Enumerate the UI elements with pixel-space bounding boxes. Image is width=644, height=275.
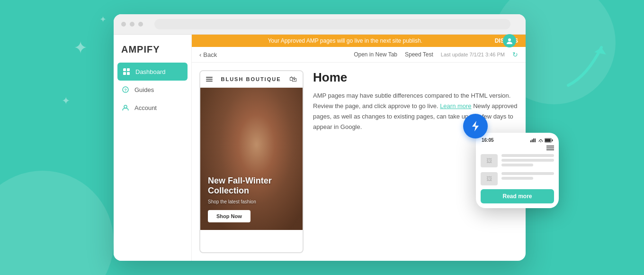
back-label: Back bbox=[203, 51, 217, 58]
learn-more-link[interactable]: Learn more bbox=[440, 102, 471, 110]
svg-rect-13 bbox=[552, 139, 553, 141]
phone-image-icon-1: 🖼 bbox=[486, 157, 492, 164]
sidebar-label-account: Account bbox=[134, 104, 157, 111]
svg-rect-8 bbox=[533, 138, 534, 142]
mobile-preview: BLUSH BOUTIQUE 🛍 New Fall-Winter Collect… bbox=[199, 70, 304, 253]
refresh-icon[interactable]: ↻ bbox=[512, 51, 518, 58]
user-avatar-container bbox=[503, 34, 516, 47]
logo-text: AMPIFY bbox=[121, 44, 160, 55]
svg-point-3 bbox=[124, 105, 127, 108]
user-avatar[interactable] bbox=[503, 34, 516, 47]
sidebar-item-guides[interactable]: ? Guides bbox=[114, 81, 191, 99]
notification-banner: Your Approved AMP pages will go live in … bbox=[192, 35, 526, 47]
sidebar-label-dashboard: Dashboard bbox=[135, 68, 166, 75]
phone-time: 16:05 bbox=[482, 138, 494, 143]
cart-icon[interactable]: 🛍 bbox=[289, 75, 297, 83]
browser-dot-yellow bbox=[130, 22, 134, 27]
star-decoration-topleft: ✦ bbox=[73, 38, 88, 58]
browser-dot-red bbox=[121, 22, 126, 27]
svg-rect-7 bbox=[532, 139, 533, 142]
phone-text-line-2a bbox=[501, 172, 554, 175]
phone-text-lines-2 bbox=[501, 172, 554, 182]
last-update-timestamp: Last update 7/1/21 3:46 PM bbox=[441, 52, 505, 57]
svg-rect-9 bbox=[535, 138, 536, 142]
phone-thumbnail-1: 🖼 bbox=[481, 154, 498, 167]
hero-image: New Fall-Winter Collection Shop the late… bbox=[200, 88, 303, 230]
open-new-tab-link[interactable]: Open in New Tab bbox=[354, 51, 397, 58]
guides-icon: ? bbox=[121, 85, 130, 94]
star-decoration-bottomleft: ✦ bbox=[62, 95, 70, 107]
back-arrow-icon: ‹ bbox=[199, 51, 201, 58]
phone-mockup: 16:05 🖼 bbox=[476, 133, 559, 208]
bg-circle-left bbox=[0, 171, 114, 275]
browser-chrome bbox=[114, 14, 526, 35]
dashboard-icon bbox=[122, 67, 131, 76]
svg-marker-0 bbox=[594, 47, 606, 55]
arrow-decoration bbox=[559, 38, 616, 95]
browser-dot-green bbox=[138, 22, 143, 27]
hero-subtitle: Shop the latest fashion bbox=[208, 199, 295, 204]
account-icon bbox=[121, 103, 130, 112]
browser-search-bar bbox=[154, 19, 510, 29]
nav-links: Open in New Tab Speed Test Last update 7… bbox=[354, 51, 518, 58]
svg-text:?: ? bbox=[124, 88, 127, 92]
preview-nav: ‹ Back Open in New Tab Speed Test Last u… bbox=[192, 47, 526, 63]
sidebar-item-account[interactable]: Account bbox=[114, 99, 191, 117]
phone-text-line-1a bbox=[501, 154, 554, 157]
phone-text-line-1c bbox=[501, 164, 533, 166]
svg-rect-6 bbox=[530, 140, 531, 142]
back-button[interactable]: ‹ Back bbox=[199, 51, 217, 58]
sidebar-item-dashboard[interactable]: Dashboard bbox=[117, 63, 188, 81]
sidebar-label-guides: Guides bbox=[134, 86, 154, 93]
phone-image-icon-2: 🖼 bbox=[486, 175, 492, 182]
phone-thumbnail-2: 🖼 bbox=[481, 172, 498, 185]
store-name: BLUSH BOUTIQUE bbox=[213, 76, 289, 82]
read-more-button[interactable]: Read more bbox=[481, 189, 554, 203]
phone-text-line-1b bbox=[501, 159, 554, 162]
hero-overlay: New Fall-Winter Collection Shop the late… bbox=[200, 168, 303, 230]
svg-rect-12 bbox=[545, 139, 551, 142]
speed-test-link[interactable]: Speed Test bbox=[405, 51, 433, 58]
browser-window: AMPIFY Dashboard ? Guides bbox=[114, 14, 526, 261]
phone-content-row-2: 🖼 bbox=[481, 172, 554, 185]
svg-point-4 bbox=[508, 38, 511, 41]
mobile-nav-bar: BLUSH BOUTIQUE 🛍 bbox=[200, 71, 303, 88]
star-decoration-topright: ✦ bbox=[99, 14, 107, 25]
mobile-hamburger-icon[interactable] bbox=[206, 77, 213, 82]
shop-now-button[interactable]: Shop Now bbox=[208, 210, 250, 222]
lightning-badge bbox=[463, 114, 488, 138]
page-title: Home bbox=[313, 70, 518, 85]
svg-marker-5 bbox=[472, 121, 479, 131]
phone-text-line-2b bbox=[501, 177, 533, 180]
phone-status-bar: 16:05 bbox=[481, 138, 554, 143]
phone-text-lines-1 bbox=[501, 154, 554, 168]
phone-status-icons bbox=[530, 138, 553, 143]
sidebar: AMPIFY Dashboard ? Guides bbox=[114, 35, 192, 261]
banner-message: Your Approved AMP pages will go live in … bbox=[199, 37, 491, 44]
phone-hamburger[interactable] bbox=[481, 146, 554, 150]
phone-content-row-1: 🖼 bbox=[481, 154, 554, 168]
svg-point-10 bbox=[540, 141, 541, 142]
browser-content: AMPIFY Dashboard ? Guides bbox=[114, 35, 526, 261]
app-logo: AMPIFY bbox=[114, 40, 191, 63]
hero-title: New Fall-Winter Collection bbox=[208, 176, 295, 196]
